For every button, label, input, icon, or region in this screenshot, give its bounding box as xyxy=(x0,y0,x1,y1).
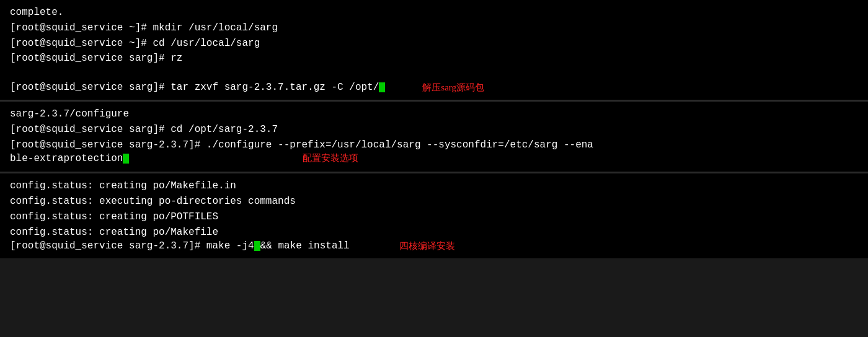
terminal-section-3: config.status: creating po/Makefile.in c… xyxy=(0,173,868,258)
line-make-install: [root@squid_service sarg-2.3.7]# make -j… xyxy=(10,240,858,252)
line-mkdir: [root@squid_service ~]# mkdir /usr/local… xyxy=(10,20,858,36)
line-config-makefile-in: config.status: creating po/Makefile.in xyxy=(10,178,858,194)
line-configure-cmd: [root@squid_service sarg-2.3.7]# ./confi… xyxy=(10,138,858,153)
terminal-section-1: complete. [root@squid_service ~]# mkdir … xyxy=(0,0,868,102)
line-config-makefile: config.status: creating po/Makefile xyxy=(10,225,858,240)
line-tar: [root@squid_service sarg]# tar zxvf sarg… xyxy=(10,82,858,94)
line-config-po-dirs: config.status: executing po-directories … xyxy=(10,194,858,209)
line-complete: complete. xyxy=(10,5,858,20)
make-command-text: [root@squid_service sarg-2.3.7]# make -j… xyxy=(10,240,350,252)
line-empty-1 xyxy=(10,66,858,82)
annotation-1: 解压sarg源码包 xyxy=(422,82,484,94)
line-cd-sarg: [root@squid_service ~]# cd /usr/local/sa… xyxy=(10,36,858,51)
line-cd-opt: [root@squid_service sarg]# cd /opt/sarg-… xyxy=(10,122,858,138)
annotation-3: 四核编译安装 xyxy=(399,240,455,252)
cursor-3 xyxy=(254,241,260,251)
line-rz: [root@squid_service sarg]# rz xyxy=(10,51,858,66)
configure-cont-text: ble-extraprotection xyxy=(10,153,129,164)
terminal-section-2: sarg-2.3.7/configure [root@squid_service… xyxy=(0,102,868,173)
line-configure-path: sarg-2.3.7/configure xyxy=(10,107,858,122)
tar-command-text: [root@squid_service sarg]# tar zxvf sarg… xyxy=(10,82,385,93)
annotation-2: 配置安装选项 xyxy=(303,152,358,164)
cursor-2 xyxy=(123,154,129,164)
terminal-container: complete. [root@squid_service ~]# mkdir … xyxy=(0,0,868,258)
line-config-potfiles: config.status: creating po/POTFILES xyxy=(10,209,858,225)
cursor-1 xyxy=(379,82,385,92)
line-configure-cont: ble-extraprotection 配置安装选项 xyxy=(10,152,858,164)
